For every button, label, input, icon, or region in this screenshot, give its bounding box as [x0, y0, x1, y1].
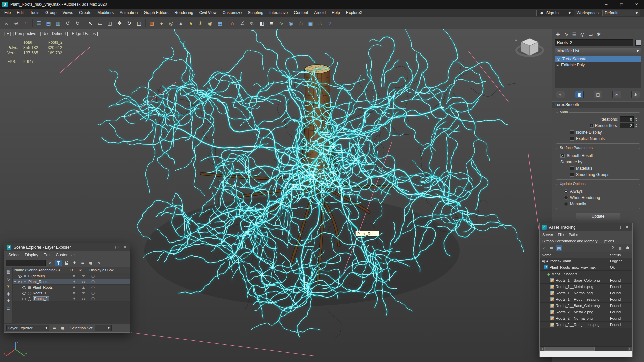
scrollbar-thumb[interactable] [544, 347, 595, 351]
asset-row-texture[interactable]: Roots_1__Base_Color.png Found [540, 277, 632, 284]
render-setup-icon[interactable]: ☕ [296, 19, 305, 28]
render-iters-checkbox[interactable]: ✓ [590, 124, 594, 128]
sign-in-button[interactable]: ☻ Sign In ▾ [536, 10, 574, 16]
update-button[interactable]: Update [576, 213, 620, 220]
object-name-field[interactable]: Roots_2 [555, 39, 633, 46]
asset-row-texture[interactable]: Roots_1__Roughness.png Found [540, 296, 632, 303]
report-icon[interactable]: ▥ [617, 245, 624, 251]
help-icon[interactable]: ? [609, 245, 616, 251]
menu-scripting[interactable]: Scripting [245, 9, 266, 17]
select-and-rotate-icon[interactable]: ↻ [125, 19, 134, 28]
object-color-swatch[interactable] [635, 40, 641, 46]
clear-search-icon[interactable]: ✕ [47, 260, 54, 266]
rollout-turbosmooth-header[interactable]: TurboSmooth [552, 101, 644, 108]
viewport-menu-pov[interactable]: [ Perspective ] [13, 31, 38, 36]
modifier-list-select[interactable]: Modifier List ▾ [555, 48, 641, 54]
render-iters-field[interactable]: 2 [620, 123, 634, 128]
selection-set-select[interactable]: ▾ [95, 325, 112, 331]
align-icon[interactable]: ≡ [267, 19, 276, 28]
viewport-menu-view[interactable]: [ User Defined ] [40, 31, 68, 36]
render-production-icon[interactable]: ☕ [316, 19, 325, 28]
display-as-box-cell[interactable]: ◯ [88, 280, 130, 283]
select-and-move-icon[interactable]: ✥ [115, 19, 124, 28]
star-shape-icon[interactable]: ★ [186, 19, 195, 28]
menu-help[interactable]: Help [329, 9, 343, 17]
asset-row-maps-shaders[interactable]: ◆Maps / Shaders [540, 271, 632, 277]
menu-customize[interactable]: Customize [53, 253, 77, 257]
eye-icon[interactable] [22, 286, 26, 289]
column-name[interactable]: Name (Sorted Ascending) ▲ [13, 268, 70, 272]
table-config-button[interactable]: ▦ [59, 325, 66, 331]
asset-row-texture[interactable]: Roots_1__Metallic.png Found [540, 284, 632, 290]
eye-icon[interactable] [22, 291, 26, 295]
viewport-menu-general[interactable]: [ + ] [4, 31, 11, 36]
menu-explorex[interactable]: ExploreX [343, 9, 366, 17]
frozen-cell[interactable]: ✱ [70, 291, 79, 295]
filter-shapes-icon[interactable]: ◇ [7, 277, 10, 281]
minimize-button[interactable]: ─ [108, 245, 111, 249]
mirror-icon[interactable]: ◧ [257, 19, 266, 28]
filter-layers-icon[interactable]: ≣ [7, 306, 10, 311]
column-name[interactable]: Name [540, 253, 608, 257]
explorer-mode-select[interactable]: Layer Explorer ▾ [6, 325, 49, 331]
filter-icon[interactable] [55, 260, 62, 266]
redo-icon[interactable]: ↻ [73, 19, 82, 28]
display-as-box-cell[interactable]: ◯ [88, 286, 130, 289]
maximize-button[interactable]: ▢ [614, 0, 629, 9]
tab-motion-icon[interactable]: ◎ [580, 32, 584, 37]
render-cell[interactable] [79, 291, 88, 295]
column-frozen[interactable]: Fr... [70, 268, 79, 272]
eye-icon[interactable] [18, 280, 22, 284]
unlink-selection-icon[interactable]: ⊝ [12, 19, 21, 28]
configure-modifier-sets-button[interactable]: ✱ [631, 91, 640, 98]
asset-row-texture[interactable]: Roots_2__Metallic.png Found [540, 309, 632, 315]
tab-display-icon[interactable]: ▭ [588, 32, 593, 37]
lock-selection-icon[interactable] [63, 260, 70, 266]
render-cell[interactable] [79, 286, 88, 289]
tab-utilities-icon[interactable]: ✱ [597, 32, 601, 37]
maximize-button[interactable]: ▢ [115, 245, 118, 249]
maximize-button[interactable]: ▢ [617, 225, 621, 229]
display-as-box-cell[interactable]: ◯ [88, 274, 130, 278]
percent-snap-icon[interactable]: % [248, 19, 257, 28]
menu-paths[interactable]: Paths [569, 233, 578, 237]
smoothing-groups-checkbox[interactable] [570, 173, 574, 177]
select-object-icon[interactable]: ↖ [86, 19, 95, 28]
details-view-icon[interactable]: ▦ [556, 245, 562, 251]
always-radio[interactable] [564, 189, 568, 193]
pyramid-primitive-icon[interactable]: ▲ [176, 19, 185, 28]
tab-create-icon[interactable]: ✚ [556, 32, 560, 37]
menu-server[interactable]: Server [542, 233, 553, 237]
menu-interactive[interactable]: Interactive [266, 9, 291, 17]
remove-modifier-button[interactable]: ✕ [612, 91, 621, 98]
close-button[interactable]: ✕ [626, 225, 629, 229]
display-as-box-cell[interactable]: ◯ [88, 297, 130, 300]
scroll-right-icon[interactable]: ▸ [628, 347, 632, 351]
expand-open-icon[interactable]: ▼ [14, 280, 17, 283]
menu-select[interactable]: Select [6, 253, 22, 257]
object-row-roots-1[interactable]: ◯ Roots_1 ✱ ◯ [13, 290, 130, 296]
smooth-result-checkbox[interactable]: ✓ [560, 154, 565, 158]
help-icon[interactable]: ? [325, 19, 334, 28]
when-rendering-radio[interactable] [564, 196, 568, 200]
asset-row-texture[interactable]: Roots_2__Roughness.png Found [540, 322, 632, 328]
object-row-roots-2[interactable]: ◯ Roots_2 ✱ ◯ [13, 296, 130, 302]
tab-hierarchy-icon[interactable]: ☰ [572, 32, 576, 37]
view-cube[interactable]: ⌂ [515, 36, 544, 64]
frozen-cell[interactable]: ✱ [70, 286, 79, 289]
asset-row-vault[interactable]: ▣Autodesk Vault Logged [540, 258, 632, 264]
angle-snap-icon[interactable]: ∠ [238, 19, 247, 28]
render-cell[interactable] [79, 280, 88, 284]
sphere-primitive-icon[interactable]: ● [157, 19, 166, 28]
menu-animation[interactable]: Animation [117, 9, 141, 17]
add-layer-icon[interactable]: ✚ [71, 260, 78, 266]
grid-view-icon[interactable]: ▦ [87, 260, 94, 266]
iterations-field[interactable]: 0 [620, 116, 634, 122]
layers-icon[interactable]: ≣ [79, 260, 86, 266]
column-display-as-box[interactable]: Display as Box [88, 268, 130, 272]
select-and-link-icon[interactable]: ∞ [2, 19, 11, 28]
isoline-display-checkbox[interactable] [570, 130, 574, 134]
column-renderable[interactable]: R... [79, 268, 88, 272]
menu-arnold[interactable]: Arnold [311, 9, 329, 17]
viewport-menu-shading[interactable]: [ Edged Faces ] [70, 31, 98, 36]
